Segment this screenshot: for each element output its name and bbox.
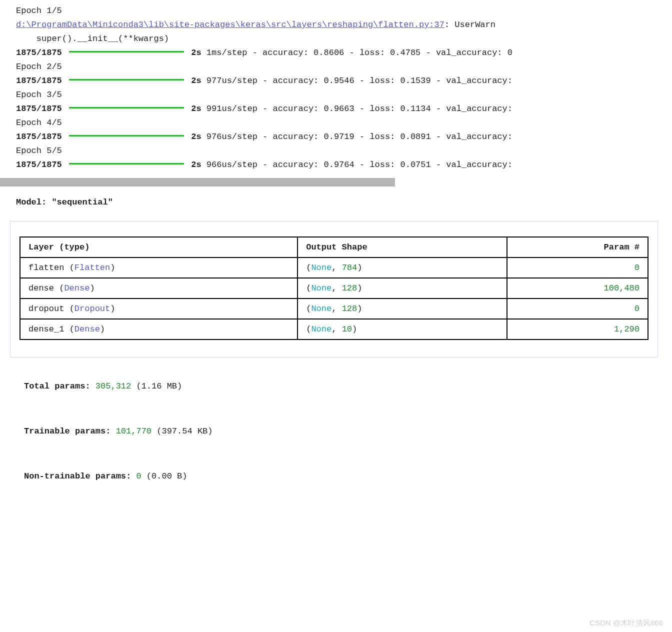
- warning-line: d:\ProgramData\Miniconda3\lib\site-packa…: [16, 18, 656, 32]
- params-cell: 0: [507, 298, 648, 319]
- epoch-label: Epoch 1/5: [16, 4, 656, 18]
- params-cell: 100,480: [507, 278, 648, 298]
- progress-line: 1875/1875 2s 966us/step - accuracy: 0.97…: [16, 158, 656, 172]
- model-title: Model: "sequential": [0, 188, 672, 221]
- epoch-label: Epoch 3/5: [16, 88, 656, 102]
- epoch-label: Epoch 2/5: [16, 60, 656, 74]
- layer-cell: dense (Dense): [20, 278, 298, 298]
- layer-cell: flatten (Flatten): [20, 258, 298, 278]
- nontrainable-params: Non-trainable params: 0 (0.00 B): [24, 470, 656, 484]
- trainable-params: Trainable params: 101,770 (397.54 KB): [24, 424, 656, 438]
- progress-line: 1875/1875 2s 1ms/step - accuracy: 0.8606…: [16, 46, 656, 60]
- progress-line: 1875/1875 2s 976us/step - accuracy: 0.97…: [16, 130, 656, 144]
- progress-bar-icon: [69, 51, 184, 52]
- params-summary: Total params: 305,312 (1.16 MB) Trainabl…: [0, 358, 672, 524]
- header-layer: Layer (type): [20, 237, 298, 258]
- table-header-row: Layer (type) Output Shape Param #: [20, 237, 648, 258]
- layer-cell: dropout (Dropout): [20, 298, 298, 319]
- shape-cell: (None, 128): [298, 278, 507, 298]
- progress-bar-icon: [69, 79, 184, 80]
- model-summary-table: Layer (type) Output Shape Param # flatte…: [20, 236, 648, 340]
- progress-bar-icon: [69, 135, 184, 136]
- file-path-link[interactable]: d:\ProgramData\Miniconda3\lib\site-packa…: [16, 20, 444, 30]
- shape-cell: (None, 128): [298, 298, 507, 319]
- params-cell: 0: [507, 258, 648, 278]
- table-row: flatten (Flatten) (None, 784) 0: [20, 258, 648, 278]
- epoch-label: Epoch 4/5: [16, 116, 656, 130]
- shape-cell: (None, 784): [298, 258, 507, 278]
- header-params: Param #: [507, 237, 648, 258]
- epoch-label: Epoch 5/5: [16, 144, 656, 158]
- table-row: dropout (Dropout) (None, 128) 0: [20, 298, 648, 319]
- progress-bar-icon: [69, 107, 184, 108]
- total-params: Total params: 305,312 (1.16 MB): [24, 380, 656, 394]
- divider: [0, 178, 395, 186]
- model-summary-table-container: Layer (type) Output Shape Param # flatte…: [10, 221, 658, 358]
- progress-line: 1875/1875 2s 977us/step - accuracy: 0.95…: [16, 74, 656, 88]
- params-cell: 1,290: [507, 319, 648, 340]
- table-row: dense (Dense) (None, 128) 100,480: [20, 278, 648, 298]
- table-row: dense_1 (Dense) (None, 10) 1,290: [20, 319, 648, 340]
- progress-line: 1875/1875 2s 991us/step - accuracy: 0.96…: [16, 102, 656, 116]
- shape-cell: (None, 10): [298, 319, 507, 340]
- progress-bar-icon: [69, 163, 184, 164]
- code-line: super().__init__(**kwargs): [16, 32, 656, 46]
- header-shape: Output Shape: [298, 237, 507, 258]
- layer-cell: dense_1 (Dense): [20, 319, 298, 340]
- training-output: Epoch 1/5 d:\ProgramData\Miniconda3\lib\…: [0, 0, 672, 176]
